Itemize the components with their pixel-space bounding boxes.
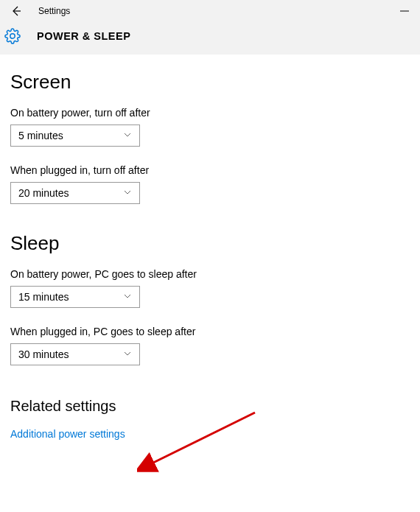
- back-arrow-icon: [10, 5, 21, 17]
- additional-power-settings-link[interactable]: Additional power settings: [10, 428, 410, 440]
- page-title: POWER & SLEEP: [37, 30, 130, 42]
- sleep-battery-dropdown[interactable]: 15 minutes: [10, 286, 140, 308]
- minimize-icon: [400, 7, 409, 15]
- minimize-button[interactable]: [398, 7, 411, 15]
- chevron-down-icon: [123, 129, 132, 142]
- sleep-battery-value: 15 minutes: [18, 291, 132, 303]
- screen-plugged-label: When plugged in, turn off after: [10, 164, 410, 176]
- screen-battery-value: 5 minutes: [18, 130, 132, 141]
- chevron-down-icon: [123, 348, 132, 361]
- screen-section-heading: Screen: [10, 71, 410, 94]
- sleep-battery-label: On battery power, PC goes to sleep after: [10, 268, 410, 280]
- chevron-down-icon: [123, 290, 132, 304]
- chevron-down-icon: [123, 186, 132, 200]
- screen-plugged-dropdown[interactable]: 20 minutes: [10, 182, 140, 204]
- screen-plugged-value: 20 minutes: [18, 187, 132, 199]
- related-settings-heading: Related settings: [10, 398, 410, 415]
- sleep-section-heading: Sleep: [10, 232, 410, 255]
- sleep-plugged-label: When plugged in, PC goes to sleep after: [10, 326, 410, 337]
- window-title: Settings: [38, 6, 70, 16]
- back-button[interactable]: [9, 4, 22, 18]
- settings-gear-icon: [4, 28, 21, 44]
- sleep-plugged-value: 30 minutes: [18, 348, 132, 360]
- screen-battery-dropdown[interactable]: 5 minutes: [10, 125, 140, 147]
- screen-battery-label: On battery power, turn off after: [10, 107, 410, 119]
- sleep-plugged-dropdown[interactable]: 30 minutes: [10, 343, 140, 365]
